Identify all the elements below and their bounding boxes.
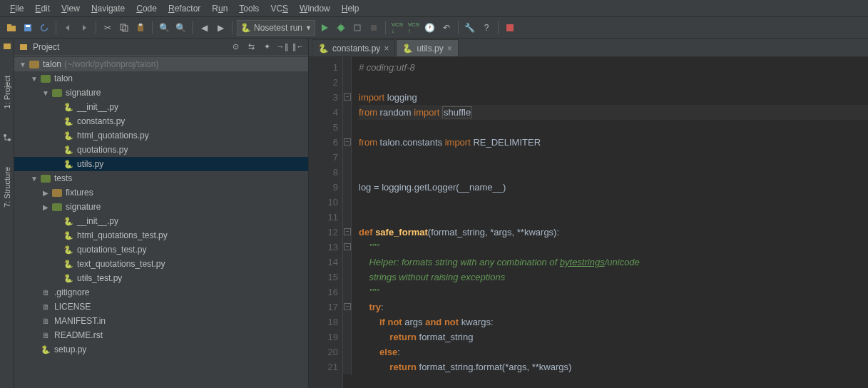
toolwindow-project-icon[interactable]	[2, 41, 12, 51]
editor-tab[interactable]: 🐍constants.py×	[312, 39, 395, 56]
menu-navigate[interactable]: Navigate	[86, 2, 131, 15]
tree-node[interactable]: ▼signature	[14, 86, 308, 100]
svg-rect-7	[139, 24, 142, 26]
menubar: FileEditViewNavigateCodeRefactorRunTools…	[0, 0, 868, 17]
tree-node[interactable]: 🐍text_quotations_test.py	[14, 257, 308, 271]
run-config-label: Nosetest run	[254, 23, 302, 33]
fold-gutter[interactable]: −−−−−	[343, 57, 352, 374]
find-icon[interactable]: 🔍	[157, 21, 171, 35]
svg-point-14	[8, 138, 11, 141]
tree-node[interactable]: ▶signature	[14, 200, 308, 214]
tree-node[interactable]: 🗎MANIFEST.in	[14, 314, 308, 328]
close-icon[interactable]: ×	[384, 44, 389, 53]
svg-rect-15	[20, 44, 27, 50]
fold-marker[interactable]: −	[344, 93, 351, 101]
svg-rect-1	[7, 24, 11, 26]
project-title: Project	[33, 42, 225, 52]
svg-rect-9	[354, 25, 360, 31]
vcs-revert-icon[interactable]: ↶	[439, 21, 454, 35]
stop-icon[interactable]	[367, 21, 381, 35]
tree-node[interactable]: 🐍quotations.py	[14, 143, 308, 157]
tree-node[interactable]: ▼talon	[14, 71, 308, 86]
menu-refactor[interactable]: Refactor	[163, 2, 206, 15]
menu-tools[interactable]: Tools	[233, 2, 265, 15]
project-sidebar: Project ⊙ ⇆ ✦ →‖ ‖← ▼talon (~/work/pytho…	[14, 39, 309, 388]
svg-rect-12	[4, 44, 11, 49]
svg-rect-3	[26, 25, 30, 27]
code-editor[interactable]: # coding:utf-8 import loggingfrom random…	[352, 57, 868, 388]
tree-node[interactable]: 🐍html_quotations_test.py	[14, 228, 308, 242]
cut-icon[interactable]: ✂	[101, 21, 115, 35]
redo-icon[interactable]	[77, 21, 91, 35]
editor-area: 🐍constants.py×🐍utils.py× 123456789101112…	[309, 39, 868, 388]
tree-node[interactable]: 🐍constants.py	[14, 114, 308, 128]
run-config-select[interactable]: 🐍 Nosetest run ▼	[237, 20, 315, 36]
python-icon: 🐍	[240, 23, 251, 33]
tree-node[interactable]: 🐍utils_test.py	[14, 271, 308, 285]
tree-node[interactable]: 🗎.gitignore	[14, 285, 308, 300]
forward-icon[interactable]: ▶	[213, 21, 228, 35]
vcs-commit-icon[interactable]: VCS↑	[407, 21, 421, 35]
tool-window-strip: 1: Project 7: Structure	[0, 39, 14, 388]
editor-tab[interactable]: 🐍utils.py×	[396, 39, 458, 56]
toolwindow-tab-structure[interactable]: 7: Structure	[3, 164, 11, 210]
python-file-icon: 🐍	[318, 44, 329, 53]
menu-view[interactable]: View	[56, 2, 86, 15]
menu-file[interactable]: File	[4, 2, 29, 15]
scroll-from-source-icon[interactable]: ⊙	[230, 41, 241, 53]
save-icon[interactable]	[21, 21, 35, 35]
back-icon[interactable]: ◀	[197, 21, 211, 35]
tree-node[interactable]: 🐍__init__.py	[14, 100, 308, 114]
menu-vcs[interactable]: VCS	[265, 2, 294, 15]
dropdown-icon: ▼	[305, 24, 312, 31]
svg-rect-10	[371, 25, 377, 31]
toolwindow-tab-project[interactable]: 1: Project	[3, 73, 11, 111]
coverage-icon[interactable]	[350, 21, 364, 35]
project-header-icon	[19, 42, 29, 52]
tree-node[interactable]: ▶fixtures	[14, 185, 308, 200]
tree-node[interactable]: ▼talon (~/work/pythonproj/talon)	[14, 57, 308, 71]
autoscroll-icon[interactable]: →‖	[277, 41, 288, 53]
svg-rect-0	[7, 26, 16, 31]
tree-node[interactable]: 🐍quotations_test.py	[14, 242, 308, 257]
debug-icon[interactable]	[334, 21, 348, 35]
tree-node[interactable]: 🗎README.rst	[14, 328, 308, 342]
svg-point-13	[4, 134, 6, 137]
menu-run[interactable]: Run	[206, 2, 233, 15]
line-gutter[interactable]: 123456789101112131415161718192021	[309, 57, 343, 388]
vcs-history-icon[interactable]: 🕐	[423, 21, 437, 35]
hide-icon[interactable]: ‖←	[292, 41, 304, 53]
settings-icon[interactable]: 🔧	[463, 21, 477, 35]
fold-marker[interactable]: −	[344, 243, 351, 250]
paste-icon[interactable]	[133, 21, 148, 35]
replace-icon[interactable]: 🔍	[173, 21, 188, 35]
python-file-icon: 🐍	[402, 44, 413, 53]
undo-icon[interactable]	[61, 21, 75, 35]
run-icon[interactable]	[317, 21, 332, 35]
open-icon[interactable]	[4, 21, 19, 35]
tree-node[interactable]: 🗎LICENSE	[14, 300, 308, 314]
project-header: Project ⊙ ⇆ ✦ →‖ ‖←	[14, 39, 308, 56]
menu-edit[interactable]: Edit	[29, 2, 56, 15]
menu-code[interactable]: Code	[131, 2, 163, 15]
vcs-update-icon[interactable]: VCS↓	[390, 21, 404, 35]
help-icon[interactable]: ?	[479, 21, 494, 35]
tree-node[interactable]: 🐍setup.py	[14, 342, 308, 357]
refresh-icon[interactable]	[37, 21, 51, 35]
collapse-icon[interactable]: ⇆	[245, 41, 257, 53]
menu-help[interactable]: Help	[336, 2, 365, 15]
copy-icon[interactable]	[117, 21, 131, 35]
fold-marker[interactable]: −	[344, 228, 351, 235]
close-icon[interactable]: ×	[447, 44, 452, 53]
ide-icon[interactable]	[503, 21, 517, 35]
fold-marker[interactable]: −	[344, 138, 351, 146]
gear-icon[interactable]: ✦	[261, 41, 272, 53]
tree-node[interactable]: 🐍utils.py	[14, 157, 308, 171]
menu-window[interactable]: Window	[294, 2, 336, 15]
tree-node[interactable]: ▼tests	[14, 171, 308, 185]
toolwindow-structure-icon[interactable]	[2, 133, 12, 143]
project-tree[interactable]: ▼talon (~/work/pythonproj/talon)▼talon▼s…	[14, 56, 308, 388]
fold-marker[interactable]: −	[344, 303, 351, 310]
tree-node[interactable]: 🐍html_quotations.py	[14, 128, 308, 143]
tree-node[interactable]: 🐍__init__.py	[14, 214, 308, 228]
